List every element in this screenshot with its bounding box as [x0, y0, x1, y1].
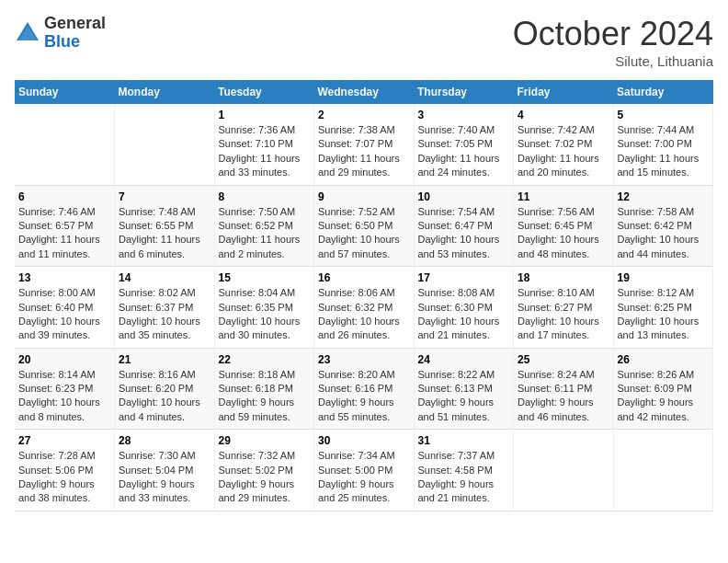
weekday-header: Monday — [115, 80, 215, 104]
calendar-day-cell: 5Sunrise: 7:44 AM Sunset: 7:00 PM Daylig… — [613, 104, 713, 185]
calendar-day-cell — [514, 430, 614, 511]
day-info: Sunrise: 7:50 AM Sunset: 6:52 PM Dayligh… — [219, 205, 311, 262]
calendar-day-cell: 10Sunrise: 7:54 AM Sunset: 6:47 PM Dayli… — [414, 185, 514, 267]
day-number: 13 — [18, 271, 110, 284]
calendar-day-cell: 31Sunrise: 7:37 AM Sunset: 4:58 PM Dayli… — [414, 430, 514, 511]
calendar-day-cell: 9Sunrise: 7:52 AM Sunset: 6:50 PM Daylig… — [314, 185, 415, 267]
logo-blue-text: Blue — [44, 32, 80, 51]
day-number: 26 — [618, 353, 710, 366]
day-number: 9 — [318, 190, 410, 203]
calendar-day-cell: 6Sunrise: 7:46 AM Sunset: 6:57 PM Daylig… — [15, 185, 115, 267]
day-number: 22 — [219, 353, 311, 366]
day-number: 15 — [219, 271, 311, 284]
calendar-day-cell — [613, 430, 713, 511]
day-info: Sunrise: 7:48 AM Sunset: 6:55 PM Dayligh… — [119, 205, 210, 262]
day-info: Sunrise: 8:26 AM Sunset: 6:09 PM Dayligh… — [618, 368, 710, 425]
calendar-day-cell: 3Sunrise: 7:40 AM Sunset: 7:05 PM Daylig… — [414, 104, 514, 185]
calendar-day-cell: 8Sunrise: 7:50 AM Sunset: 6:52 PM Daylig… — [214, 185, 314, 267]
day-info: Sunrise: 7:34 AM Sunset: 5:00 PM Dayligh… — [318, 449, 410, 506]
day-info: Sunrise: 8:12 AM Sunset: 6:25 PM Dayligh… — [618, 286, 710, 343]
day-info: Sunrise: 7:37 AM Sunset: 4:58 PM Dayligh… — [418, 449, 510, 506]
day-info: Sunrise: 7:56 AM Sunset: 6:45 PM Dayligh… — [518, 205, 609, 262]
title-block: October 2024 Silute, Lithuania — [513, 15, 713, 69]
day-info: Sunrise: 8:24 AM Sunset: 6:11 PM Dayligh… — [518, 368, 609, 425]
calendar-day-cell: 12Sunrise: 7:58 AM Sunset: 6:42 PM Dayli… — [613, 185, 713, 267]
calendar-day-cell: 7Sunrise: 7:48 AM Sunset: 6:55 PM Daylig… — [115, 185, 215, 267]
day-info: Sunrise: 8:06 AM Sunset: 6:32 PM Dayligh… — [318, 286, 410, 343]
calendar-day-cell: 13Sunrise: 8:00 AM Sunset: 6:40 PM Dayli… — [15, 267, 115, 349]
day-number: 7 — [119, 190, 210, 203]
day-info: Sunrise: 8:04 AM Sunset: 6:35 PM Dayligh… — [219, 286, 311, 343]
calendar-day-cell: 16Sunrise: 8:06 AM Sunset: 6:32 PM Dayli… — [314, 267, 415, 349]
calendar-day-cell: 23Sunrise: 8:20 AM Sunset: 6:16 PM Dayli… — [314, 348, 415, 430]
day-number: 14 — [119, 271, 210, 284]
month-title: October 2024 — [513, 15, 713, 53]
calendar-week-row: 6Sunrise: 7:46 AM Sunset: 6:57 PM Daylig… — [15, 185, 713, 267]
day-info: Sunrise: 8:22 AM Sunset: 6:13 PM Dayligh… — [418, 368, 510, 425]
day-number: 4 — [518, 109, 609, 121]
day-number: 12 — [618, 190, 710, 203]
day-number: 17 — [418, 271, 510, 284]
calendar-day-cell: 18Sunrise: 8:10 AM Sunset: 6:27 PM Dayli… — [514, 267, 614, 349]
weekday-header: Friday — [514, 80, 614, 104]
calendar-day-cell — [15, 104, 115, 185]
calendar-week-row: 13Sunrise: 8:00 AM Sunset: 6:40 PM Dayli… — [15, 267, 713, 349]
day-number: 8 — [219, 190, 311, 203]
day-info: Sunrise: 7:44 AM Sunset: 7:00 PM Dayligh… — [618, 123, 710, 180]
calendar-day-cell: 4Sunrise: 7:42 AM Sunset: 7:02 PM Daylig… — [514, 104, 614, 185]
day-number: 10 — [418, 190, 510, 203]
logo-general-text: General — [44, 14, 106, 32]
logo-icon — [15, 20, 40, 46]
day-info: Sunrise: 7:30 AM Sunset: 5:04 PM Dayligh… — [119, 449, 210, 506]
day-info: Sunrise: 8:10 AM Sunset: 6:27 PM Dayligh… — [518, 286, 609, 343]
calendar-week-row: 27Sunrise: 7:28 AM Sunset: 5:06 PM Dayli… — [15, 430, 713, 511]
calendar-day-cell: 22Sunrise: 8:18 AM Sunset: 6:18 PM Dayli… — [214, 348, 314, 430]
calendar-day-cell: 30Sunrise: 7:34 AM Sunset: 5:00 PM Dayli… — [314, 430, 415, 511]
day-info: Sunrise: 8:02 AM Sunset: 6:37 PM Dayligh… — [119, 286, 210, 343]
day-number: 25 — [518, 353, 609, 366]
weekday-header: Saturday — [613, 80, 713, 104]
day-number: 24 — [418, 353, 510, 366]
day-info: Sunrise: 7:52 AM Sunset: 6:50 PM Dayligh… — [318, 205, 410, 262]
calendar-week-row: 1Sunrise: 7:36 AM Sunset: 7:10 PM Daylig… — [15, 104, 713, 185]
calendar-day-cell — [115, 104, 215, 185]
day-number: 28 — [119, 434, 210, 447]
calendar-day-cell: 26Sunrise: 8:26 AM Sunset: 6:09 PM Dayli… — [613, 348, 713, 430]
day-info: Sunrise: 8:16 AM Sunset: 6:20 PM Dayligh… — [119, 368, 210, 425]
calendar-table: SundayMondayTuesdayWednesdayThursdayFrid… — [15, 80, 713, 511]
calendar-day-cell: 11Sunrise: 7:56 AM Sunset: 6:45 PM Dayli… — [514, 185, 614, 267]
calendar-day-cell: 2Sunrise: 7:38 AM Sunset: 7:07 PM Daylig… — [314, 104, 415, 185]
calendar-day-cell: 20Sunrise: 8:14 AM Sunset: 6:23 PM Dayli… — [15, 348, 115, 430]
calendar-day-cell: 17Sunrise: 8:08 AM Sunset: 6:30 PM Dayli… — [414, 267, 514, 349]
weekday-header: Thursday — [414, 80, 514, 104]
day-info: Sunrise: 7:28 AM Sunset: 5:06 PM Dayligh… — [18, 449, 110, 506]
day-number: 5 — [618, 109, 710, 121]
day-number: 18 — [518, 271, 609, 284]
day-info: Sunrise: 7:40 AM Sunset: 7:05 PM Dayligh… — [418, 123, 510, 180]
calendar-body: 1Sunrise: 7:36 AM Sunset: 7:10 PM Daylig… — [15, 104, 713, 511]
day-info: Sunrise: 7:58 AM Sunset: 6:42 PM Dayligh… — [618, 205, 710, 262]
day-number: 30 — [318, 434, 410, 447]
calendar-day-cell: 19Sunrise: 8:12 AM Sunset: 6:25 PM Dayli… — [613, 267, 713, 349]
calendar-day-cell: 25Sunrise: 8:24 AM Sunset: 6:11 PM Dayli… — [514, 348, 614, 430]
day-number: 16 — [318, 271, 410, 284]
day-number: 6 — [18, 190, 110, 203]
page-header: General Blue October 2024 Silute, Lithua… — [15, 15, 713, 69]
calendar-week-row: 20Sunrise: 8:14 AM Sunset: 6:23 PM Dayli… — [15, 348, 713, 430]
day-number: 1 — [219, 109, 311, 121]
day-number: 29 — [219, 434, 311, 447]
day-info: Sunrise: 7:32 AM Sunset: 5:02 PM Dayligh… — [219, 449, 311, 506]
day-info: Sunrise: 7:46 AM Sunset: 6:57 PM Dayligh… — [18, 205, 110, 262]
day-info: Sunrise: 7:42 AM Sunset: 7:02 PM Dayligh… — [518, 123, 609, 180]
calendar-header: SundayMondayTuesdayWednesdayThursdayFrid… — [15, 80, 713, 104]
day-info: Sunrise: 8:14 AM Sunset: 6:23 PM Dayligh… — [18, 368, 110, 425]
calendar-day-cell: 28Sunrise: 7:30 AM Sunset: 5:04 PM Dayli… — [115, 430, 215, 511]
logo: General Blue — [15, 15, 106, 52]
calendar-day-cell: 15Sunrise: 8:04 AM Sunset: 6:35 PM Dayli… — [214, 267, 314, 349]
day-info: Sunrise: 7:54 AM Sunset: 6:47 PM Dayligh… — [418, 205, 510, 262]
day-number: 3 — [418, 109, 510, 121]
day-number: 11 — [518, 190, 609, 203]
weekday-header: Wednesday — [314, 80, 415, 104]
day-number: 23 — [318, 353, 410, 366]
day-info: Sunrise: 7:38 AM Sunset: 7:07 PM Dayligh… — [318, 123, 410, 180]
